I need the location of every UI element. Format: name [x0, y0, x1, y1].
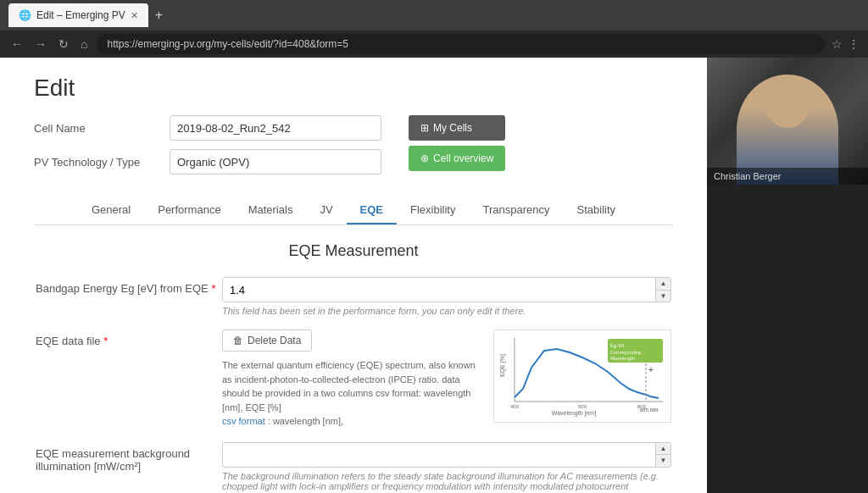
tabs-row: General Performance Materials JV EQE Fle… — [34, 197, 673, 225]
svg-text:885,699: 885,699 — [640, 407, 659, 413]
bandgap-control: ▲ ▼ This field has been set in the perfo… — [222, 277, 671, 316]
bandgap-required: * — [211, 282, 215, 295]
grid-icon: ⊞ — [420, 122, 429, 134]
background-down-btn[interactable]: ▼ — [656, 455, 670, 467]
bandgap-hint: This field has been set in the performan… — [222, 306, 671, 316]
tab-materials[interactable]: Materials — [235, 197, 307, 224]
browser-tab[interactable]: 🌐 Edit – Emerging PV ✕ — [8, 3, 148, 27]
bandgap-spinner: ▲ ▼ — [655, 278, 670, 302]
main-content: Edit Cell Name PV Technology / Type ⊞ My… — [0, 58, 707, 493]
eqe-data-wrapper: 🗑 Delete Data The external quantum effic… — [222, 330, 671, 429]
url-text: https://emerging-pv.org/my-cells/edit/?i… — [107, 38, 348, 50]
background-control: ▲ ▼ The background illumination refers t… — [222, 442, 671, 494]
webcam-panel: Christian Berger — [707, 58, 868, 493]
pv-type-input[interactable] — [170, 149, 381, 174]
my-cells-label: My Cells — [433, 122, 472, 134]
background-label: EQE measurement background illumination … — [36, 442, 222, 473]
svg-text:Wavelength [nm]: Wavelength [nm] — [552, 410, 596, 417]
browser-actions: ☆ ⋮ — [832, 37, 860, 51]
eqe-data-row: EQE data file * 🗑 Delete Data The extern… — [36, 330, 671, 429]
bandgap-down-btn[interactable]: ▼ — [656, 291, 670, 302]
tab-general[interactable]: General — [78, 197, 144, 224]
eqe-data-right: EQE [%] Wavelength [nm] 400 600 800 — [493, 330, 671, 423]
section-title: EQE Measurement — [34, 242, 673, 260]
background-spinner: ▲ ▼ — [655, 443, 670, 467]
background-hint: The background illumination refers to th… — [222, 471, 671, 494]
webcam-video: Christian Berger — [707, 58, 868, 185]
svg-text:400: 400 — [510, 404, 520, 409]
extensions-icon[interactable]: ⋮ — [848, 37, 860, 51]
eye-icon: ⊕ — [420, 152, 429, 164]
svg-text:+: + — [648, 365, 654, 374]
eqe-desc-suffix: : wavelength [nm], — [268, 416, 343, 426]
tab-stability[interactable]: Stability — [564, 197, 630, 224]
header-buttons: ⊞ My Cells ⊕ Cell overview — [409, 115, 505, 171]
trash-icon: 🗑 — [233, 335, 243, 346]
svg-text:Eg Wl: Eg Wl — [610, 343, 624, 348]
eqe-data-control: 🗑 Delete Data The external quantum effic… — [222, 330, 671, 429]
background-input-wrapper: ▲ ▼ — [222, 442, 671, 468]
tab-close-button[interactable]: ✕ — [131, 10, 138, 21]
tab-flexibility[interactable]: Flexibility — [397, 197, 469, 224]
pv-type-label: PV Technology / Type — [34, 156, 170, 169]
svg-text:from Eg: from Eg — [610, 362, 626, 367]
tab-jv[interactable]: JV — [306, 197, 346, 224]
tab-eqe[interactable]: EQE — [347, 197, 397, 224]
eqe-chart: EQE [%] Wavelength [nm] 400 600 800 — [493, 330, 671, 423]
back-button[interactable]: ← — [8, 37, 25, 51]
bandgap-up-btn[interactable]: ▲ — [656, 278, 670, 291]
eqe-description: The external quantum efficiency (EQE) sp… — [222, 358, 480, 429]
pv-type-row: PV Technology / Type — [34, 149, 381, 174]
svg-text:EQE [%]: EQE [%] — [499, 354, 506, 377]
eqe-form: Bandgap Energy Eg [eV] from EQE * ▲ ▼ Th… — [36, 277, 671, 493]
cell-name-input[interactable] — [170, 115, 381, 141]
background-up-btn[interactable]: ▲ — [656, 443, 670, 456]
svg-text:Corresponding: Corresponding — [610, 350, 641, 355]
bandgap-input[interactable] — [223, 278, 655, 302]
new-tab-button[interactable]: + — [155, 8, 163, 23]
svg-text:Wavelength: Wavelength — [610, 356, 635, 361]
background-input[interactable] — [223, 443, 655, 467]
browser-chrome: 🌐 Edit – Emerging PV ✕ + — [0, 0, 868, 30]
tab-favicon: 🌐 — [19, 9, 31, 21]
tab-performance[interactable]: Performance — [144, 197, 234, 224]
eqe-chart-svg: EQE [%] Wavelength [nm] 400 600 800 — [498, 334, 667, 418]
bandgap-label: Bandgap Energy Eg [eV] from EQE * — [36, 277, 222, 295]
delete-data-label: Delete Data — [248, 335, 301, 346]
home-button[interactable]: ⌂ — [78, 37, 90, 51]
csv-format-link[interactable]: csv format — [222, 416, 265, 426]
tab-transparency[interactable]: Transparency — [470, 197, 564, 224]
eqe-data-required: * — [103, 335, 108, 347]
svg-text:600: 600 — [578, 404, 587, 409]
browser-address-bar: ← → ↻ ⌂ https://emerging-pv.org/my-cells… — [0, 30, 868, 58]
eqe-data-left: 🗑 Delete Data The external quantum effic… — [222, 330, 480, 429]
page-wrapper: Edit Cell Name PV Technology / Type ⊞ My… — [0, 58, 868, 493]
bandgap-row: Bandgap Energy Eg [eV] from EQE * ▲ ▼ Th… — [36, 277, 671, 316]
my-cells-button[interactable]: ⊞ My Cells — [409, 115, 505, 141]
page-title: Edit — [34, 75, 673, 102]
eqe-data-label: EQE data file * — [36, 330, 222, 347]
cell-name-label: Cell Name — [34, 122, 170, 135]
delete-data-button[interactable]: 🗑 Delete Data — [222, 330, 312, 352]
bookmark-icon[interactable]: ☆ — [832, 37, 843, 51]
background-row: EQE measurement background illumination … — [36, 442, 671, 494]
bandgap-input-wrapper: ▲ ▼ — [222, 277, 671, 302]
tab-title: Edit – Emerging PV — [36, 9, 125, 21]
webcam-label: Christian Berger — [707, 168, 868, 185]
cell-name-row: Cell Name — [34, 115, 381, 141]
address-input[interactable]: https://emerging-pv.org/my-cells/edit/?i… — [97, 34, 825, 54]
forward-button[interactable]: → — [32, 37, 49, 51]
cell-overview-label: Cell overview — [433, 152, 493, 164]
header-form: Cell Name PV Technology / Type — [34, 115, 381, 183]
cell-overview-button[interactable]: ⊕ Cell overview — [409, 146, 505, 171]
reload-button[interactable]: ↻ — [56, 37, 71, 51]
